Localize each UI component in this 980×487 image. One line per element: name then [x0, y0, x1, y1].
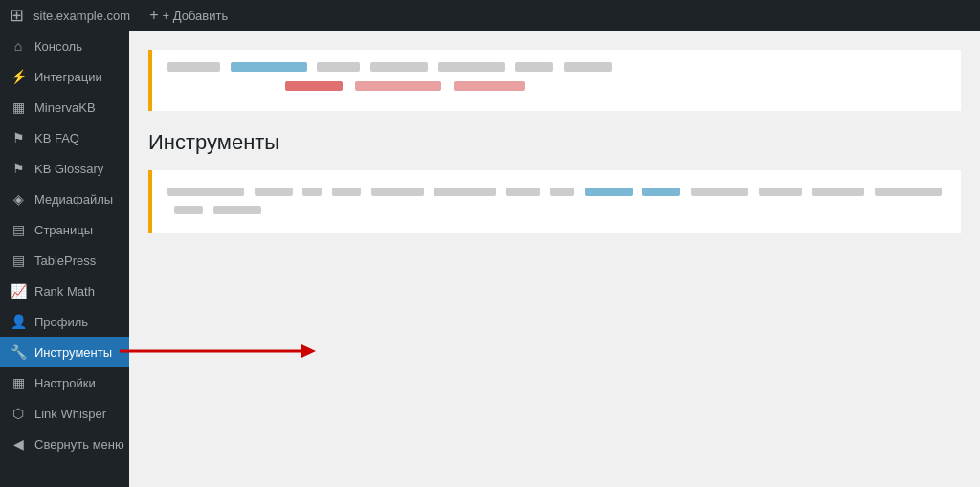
sidebar-item-integrations[interactable]: ⚡ Интеграции [0, 61, 129, 92]
sidebar-item-label: Профиль [34, 315, 88, 329]
sidebar-item-kb-glossary[interactable]: ⚑ KB Glossary [0, 153, 129, 184]
sidebar: ⌂ Консоль ⚡ Интеграции ▦ MinervaKB ⚑ KB … [0, 0, 129, 487]
sidebar-item-label: Консоль [34, 39, 82, 54]
sidebar-item-pages[interactable]: ▤ Страницы [0, 214, 129, 245]
site-name[interactable]: site.example.com [33, 9, 130, 23]
sidebar-item-media[interactable]: ◈ Медиафайлы [0, 184, 129, 214]
settings-icon: ▦ [10, 375, 27, 390]
minervakb-icon: ▦ [10, 100, 27, 115]
pages-icon: ▤ [10, 222, 27, 237]
link-whisper-icon: ⬡ [10, 406, 27, 421]
sidebar-item-label: Инструменты [34, 345, 112, 360]
tools-icon: 🔧 [10, 344, 27, 360]
sidebar-item-rank-math[interactable]: 📈 Rank Math [0, 276, 129, 306]
sidebar-item-tools[interactable]: 🔧 Инструменты [0, 337, 129, 367]
sidebar-item-label: KB Glossary [34, 162, 103, 176]
notice-line-1 [167, 61, 946, 75]
sidebar-item-profile[interactable]: 👤 Профиль [0, 306, 129, 337]
sidebar-item-minervakb[interactable]: ▦ MinervaKB [0, 92, 129, 122]
sidebar-item-label: Страницы [34, 223, 93, 237]
sidebar-item-kb-faq[interactable]: ⚑ KB FAQ [0, 122, 129, 153]
tools-description [167, 184, 946, 220]
sidebar-item-collapse[interactable]: ◀ Свернуть меню [0, 429, 129, 459]
sidebar-item-link-whisper[interactable]: ⬡ Link Whisper [0, 398, 129, 429]
sidebar-item-settings[interactable]: ▦ Настройки [0, 367, 129, 398]
sidebar-item-label: Медиафайлы [34, 192, 113, 207]
sidebar-item-label: MinervaKB [34, 100, 96, 115]
kb-glossary-icon: ⚑ [10, 161, 27, 176]
sidebar-item-label: Интеграции [34, 70, 102, 84]
add-new-button[interactable]: + + Добавить [149, 7, 228, 24]
sidebar-item-label: KB FAQ [34, 131, 79, 145]
notice-banner [148, 50, 961, 111]
collapse-icon: ◀ [10, 436, 27, 452]
rank-math-icon: 📈 [10, 283, 27, 299]
notice-line-2 [167, 80, 946, 94]
main-content: Инструменты [129, 0, 980, 487]
sidebar-item-label: Настройки [34, 376, 96, 390]
sidebar-item-label: Свернуть меню [34, 437, 124, 452]
profile-icon: 👤 [10, 314, 27, 329]
admin-bar: ⊞ site.example.com + + Добавить [0, 0, 980, 31]
kb-faq-icon: ⚑ [10, 130, 27, 145]
tools-section [148, 170, 961, 233]
page-title: Инструменты [148, 130, 961, 155]
wp-logo-icon: ⊞ [10, 5, 24, 26]
integrations-icon: ⚡ [10, 69, 27, 84]
sidebar-item-console[interactable]: ⌂ Консоль [0, 31, 129, 61]
media-icon: ◈ [10, 191, 27, 207]
tablepress-icon: ▤ [10, 253, 27, 268]
sidebar-item-label: Rank Math [34, 284, 95, 299]
sidebar-item-label: Link Whisper [34, 407, 106, 421]
console-icon: ⌂ [10, 38, 27, 54]
sidebar-item-label: TablePress [34, 254, 96, 268]
sidebar-item-tablepress[interactable]: ▤ TablePress [0, 245, 129, 276]
